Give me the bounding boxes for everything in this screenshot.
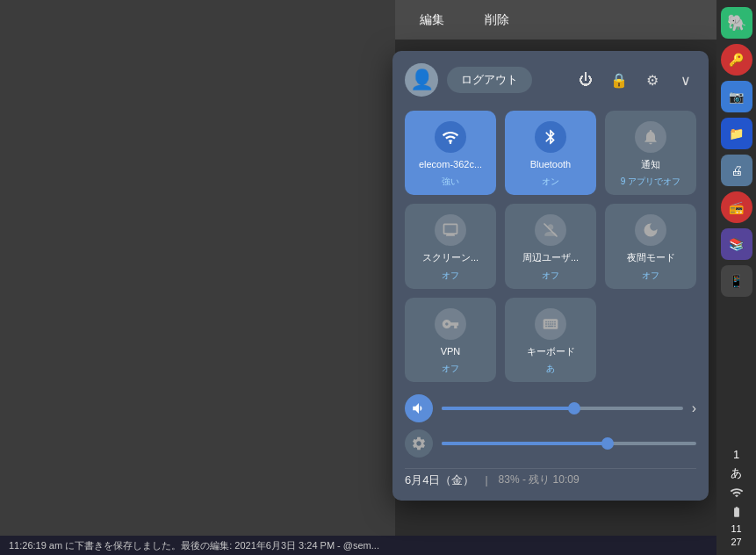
- menu-edit[interactable]: 編集: [413, 9, 451, 32]
- menu-delete[interactable]: 削除: [478, 9, 516, 32]
- bluetooth-tile[interactable]: Bluetooth オン: [505, 111, 596, 195]
- notification-tile-icon: [635, 121, 666, 153]
- header-icons: ⏻ 🔒 ⚙ ∨: [575, 69, 696, 90]
- status-text: 11:26:19 am に下書きを保存しました。最後の編集: 2021年6月3日…: [9, 539, 379, 552]
- power-icon[interactable]: ⏻: [575, 69, 596, 90]
- right-sidebar: 🐘 🔑 📷 📁 🖨 📻 📚 📱 1 あ: [716, 0, 756, 555]
- notification-sub: 9 アプリでオフ: [621, 176, 680, 188]
- nearby-tile-icon: [535, 214, 566, 246]
- wifi-tile[interactable]: elecom-362c... 強い: [405, 111, 496, 195]
- tray-ime: あ: [721, 465, 752, 482]
- wifi-sub: 強い: [442, 176, 459, 188]
- sliders-area: ›: [405, 394, 696, 458]
- sidebar-app-screenshot[interactable]: 📷: [721, 81, 752, 112]
- night-mode-sub: オフ: [642, 270, 659, 282]
- keyboard-tile[interactable]: キーボード あ: [505, 298, 596, 382]
- tray-number: 1: [721, 445, 752, 463]
- volume-slider-row: ›: [405, 394, 696, 422]
- brightness-track[interactable]: [442, 442, 696, 445]
- chevron-down-icon[interactable]: ∨: [675, 69, 696, 90]
- screen-tile-icon: [435, 214, 466, 246]
- vpn-tile[interactable]: VPN オフ: [405, 298, 496, 382]
- sidebar-app-evernote[interactable]: 🐘: [721, 7, 752, 39]
- svg-point-0: [450, 141, 452, 144]
- volume-fill: [442, 407, 574, 410]
- screen-sub: オフ: [442, 270, 459, 282]
- sidebar-app-podcast[interactable]: 📻: [721, 191, 752, 223]
- panel-footer: 6月4日（金） | 83% - 残り 10:09: [405, 468, 696, 488]
- panel-header: 👤 ログアウト ⏻ 🔒 ⚙ ∨: [405, 63, 696, 97]
- bluetooth-sub: オン: [542, 176, 559, 188]
- volume-track[interactable]: [442, 407, 683, 410]
- bluetooth-label: Bluetooth: [530, 158, 571, 170]
- avatar: 👤: [405, 63, 438, 97]
- nearby-sub: オフ: [542, 270, 559, 282]
- screen-label: スクリーン...: [422, 251, 479, 263]
- wifi-label: elecom-362c...: [419, 158, 482, 170]
- keyboard-tile-icon: [535, 308, 566, 340]
- vpn-label: VPN: [441, 345, 461, 357]
- volume-thumb[interactable]: [568, 402, 580, 414]
- quick-settings-panel: 👤 ログアウト ⏻ 🔒 ⚙ ∨ elecom-362c... 強い: [392, 51, 709, 501]
- quick-tiles-grid: elecom-362c... 強い Bluetooth オン 通知 9 アプリで…: [405, 111, 696, 382]
- clock-hour: 11: [731, 523, 741, 535]
- top-menu-bar: 編集 削除: [395, 0, 720, 40]
- night-mode-tile-icon: [635, 214, 666, 246]
- bluetooth-tile-icon: [535, 121, 566, 153]
- notification-tile[interactable]: 通知 9 アプリでオフ: [605, 111, 696, 195]
- brightness-thumb[interactable]: [601, 437, 614, 450]
- vpn-tile-icon: [435, 308, 466, 340]
- settings-icon[interactable]: ⚙: [642, 69, 663, 90]
- status-bar: 11:26:19 am に下書きを保存しました。最後の編集: 2021年6月3日…: [0, 536, 720, 555]
- notification-label: 通知: [641, 158, 660, 170]
- sidebar-app-readkit[interactable]: 📚: [721, 228, 752, 260]
- volume-icon[interactable]: [405, 394, 433, 422]
- footer-date: 6月4日（金）: [405, 472, 474, 488]
- sidebar-app-phone[interactable]: 📱: [721, 265, 752, 297]
- nearby-label: 周辺ユーザ...: [522, 251, 579, 263]
- sidebar-app-printer[interactable]: 🖨: [721, 155, 752, 186]
- editor-background: [0, 0, 395, 555]
- tray-area: 1 あ 11 27: [721, 445, 752, 548]
- vpn-sub: オフ: [442, 363, 459, 375]
- footer-battery: 83% - 残り 10:09: [499, 472, 580, 487]
- tray-wifi: [721, 484, 752, 501]
- keyboard-label: キーボード: [527, 345, 575, 357]
- lock-icon[interactable]: 🔒: [608, 69, 630, 90]
- volume-expand-arrow[interactable]: ›: [692, 400, 696, 416]
- wifi-tile-icon: [435, 121, 466, 153]
- logout-button[interactable]: ログアウト: [447, 67, 532, 93]
- keyboard-sub: あ: [546, 363, 555, 375]
- footer-separator: |: [485, 474, 487, 487]
- tray-battery: [721, 503, 752, 521]
- nearby-users-tile[interactable]: 周辺ユーザ... オフ: [505, 204, 596, 288]
- clock-minute: 27: [731, 536, 741, 548]
- screen-tile[interactable]: スクリーン... オフ: [405, 204, 496, 288]
- night-mode-label: 夜間モード: [627, 251, 675, 263]
- night-mode-tile[interactable]: 夜間モード オフ: [605, 204, 696, 288]
- brightness-fill: [442, 442, 608, 445]
- clock-display: 11 27: [731, 523, 741, 548]
- brightness-slider-row: [405, 429, 696, 458]
- sidebar-app-1password[interactable]: 🔑: [721, 44, 752, 76]
- brightness-icon[interactable]: [405, 429, 433, 458]
- sidebar-app-files[interactable]: 📁: [721, 118, 752, 149]
